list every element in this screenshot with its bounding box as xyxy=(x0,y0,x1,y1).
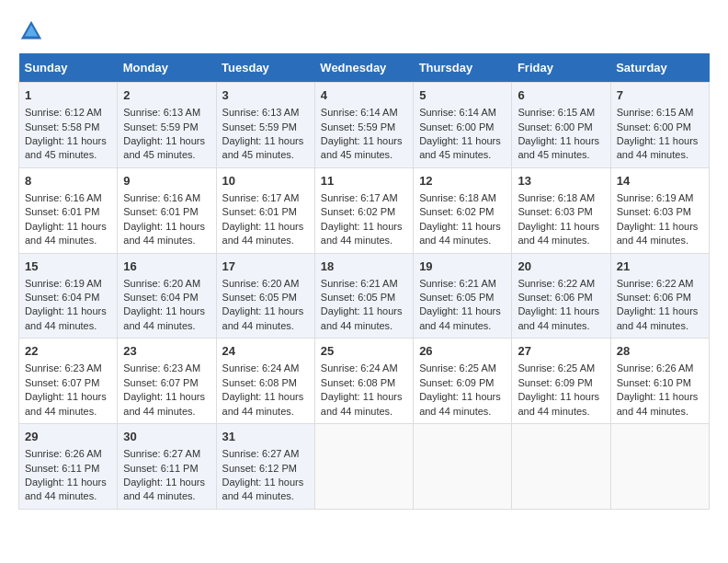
sunset-text: Sunset: 6:01 PM xyxy=(25,205,111,219)
daylight-text: Daylight: 11 hours and 44 minutes. xyxy=(617,220,703,248)
sunrise-text: Sunrise: 6:27 AM xyxy=(222,447,309,461)
sunrise-text: Sunrise: 6:22 AM xyxy=(518,277,604,291)
day-number: 29 xyxy=(25,429,111,445)
sunset-text: Sunset: 6:02 PM xyxy=(321,205,407,219)
sunset-text: Sunset: 6:05 PM xyxy=(222,291,309,304)
daylight-text: Daylight: 11 hours and 44 minutes. xyxy=(518,390,604,419)
daylight-text: Daylight: 11 hours and 44 minutes. xyxy=(419,220,506,248)
daylight-text: Daylight: 11 hours and 44 minutes. xyxy=(222,304,309,333)
header-thursday: Thursday xyxy=(414,53,512,83)
header-saturday: Saturday xyxy=(610,53,709,83)
daylight-text: Daylight: 11 hours and 45 minutes. xyxy=(419,134,506,163)
calendar-week-row: 15Sunrise: 6:19 AMSunset: 6:04 PMDayligh… xyxy=(19,253,710,339)
sunset-text: Sunset: 6:08 PM xyxy=(222,376,309,390)
sunrise-text: Sunrise: 6:12 AM xyxy=(25,106,111,120)
day-number: 14 xyxy=(617,173,703,190)
calendar-cell: 23Sunrise: 6:23 AMSunset: 6:07 PMDayligh… xyxy=(118,339,216,424)
daylight-text: Daylight: 11 hours and 44 minutes. xyxy=(25,304,111,333)
sunrise-text: Sunrise: 6:22 AM xyxy=(617,277,703,291)
logo-icon xyxy=(18,18,44,44)
daylight-text: Daylight: 11 hours and 44 minutes. xyxy=(321,220,407,248)
sunset-text: Sunset: 6:02 PM xyxy=(419,205,506,219)
calendar-cell: 24Sunrise: 6:24 AMSunset: 6:08 PMDayligh… xyxy=(216,339,314,424)
calendar-cell: 8Sunrise: 6:16 AMSunset: 6:01 PMDaylight… xyxy=(19,167,118,253)
sunset-text: Sunset: 6:07 PM xyxy=(123,376,210,390)
daylight-text: Daylight: 11 hours and 44 minutes. xyxy=(123,220,210,248)
calendar-cell: 2Sunrise: 6:13 AMSunset: 5:59 PMDaylight… xyxy=(118,83,216,168)
sunset-text: Sunset: 6:09 PM xyxy=(518,376,604,390)
calendar-cell: 6Sunrise: 6:15 AMSunset: 6:00 PMDaylight… xyxy=(512,83,610,168)
sunrise-text: Sunrise: 6:25 AM xyxy=(419,362,506,375)
day-number: 10 xyxy=(222,173,309,190)
sunrise-text: Sunrise: 6:14 AM xyxy=(419,106,506,120)
daylight-text: Daylight: 11 hours and 44 minutes. xyxy=(123,476,210,504)
sunset-text: Sunset: 6:01 PM xyxy=(222,205,309,219)
calendar-cell: 30Sunrise: 6:27 AMSunset: 6:11 PMDayligh… xyxy=(118,424,216,510)
calendar-cell: 26Sunrise: 6:25 AMSunset: 6:09 PMDayligh… xyxy=(414,339,512,424)
sunrise-text: Sunrise: 6:16 AM xyxy=(123,191,210,205)
sunrise-text: Sunrise: 6:19 AM xyxy=(617,191,703,205)
daylight-text: Daylight: 11 hours and 44 minutes. xyxy=(25,220,111,248)
sunrise-text: Sunrise: 6:23 AM xyxy=(25,362,111,375)
day-number: 31 xyxy=(222,429,309,445)
sunset-text: Sunset: 6:04 PM xyxy=(123,291,210,304)
calendar-cell: 20Sunrise: 6:22 AMSunset: 6:06 PMDayligh… xyxy=(512,253,610,339)
sunrise-text: Sunrise: 6:24 AM xyxy=(321,362,407,375)
calendar-cell: 19Sunrise: 6:21 AMSunset: 6:05 PMDayligh… xyxy=(414,253,512,339)
daylight-text: Daylight: 11 hours and 44 minutes. xyxy=(419,390,506,419)
daylight-text: Daylight: 11 hours and 44 minutes. xyxy=(321,390,407,419)
day-number: 8 xyxy=(25,173,111,190)
calendar-cell: 4Sunrise: 6:14 AMSunset: 5:59 PMDaylight… xyxy=(314,83,413,168)
sunrise-text: Sunrise: 6:18 AM xyxy=(518,191,604,205)
daylight-text: Daylight: 11 hours and 44 minutes. xyxy=(222,390,309,419)
day-number: 1 xyxy=(25,87,111,104)
sunset-text: Sunset: 6:03 PM xyxy=(518,205,604,219)
daylight-text: Daylight: 11 hours and 45 minutes. xyxy=(222,134,309,163)
daylight-text: Daylight: 11 hours and 44 minutes. xyxy=(25,476,111,504)
sunrise-text: Sunrise: 6:13 AM xyxy=(123,106,210,120)
calendar-cell: 13Sunrise: 6:18 AMSunset: 6:03 PMDayligh… xyxy=(512,167,610,253)
sunrise-text: Sunrise: 6:26 AM xyxy=(617,362,703,375)
calendar-cell: 31Sunrise: 6:27 AMSunset: 6:12 PMDayligh… xyxy=(216,424,314,510)
sunset-text: Sunset: 6:06 PM xyxy=(518,291,604,304)
daylight-text: Daylight: 11 hours and 44 minutes. xyxy=(617,390,703,419)
sunset-text: Sunset: 5:58 PM xyxy=(25,121,111,134)
day-number: 7 xyxy=(617,87,703,104)
daylight-text: Daylight: 11 hours and 44 minutes. xyxy=(617,304,703,333)
day-number: 23 xyxy=(123,343,210,360)
sunrise-text: Sunrise: 6:18 AM xyxy=(419,191,506,205)
header-monday: Monday xyxy=(118,53,216,83)
sunset-text: Sunset: 5:59 PM xyxy=(321,121,407,134)
day-number: 30 xyxy=(123,429,210,445)
sunset-text: Sunset: 5:59 PM xyxy=(222,121,309,134)
sunset-text: Sunset: 6:00 PM xyxy=(617,121,703,134)
calendar-cell: 7Sunrise: 6:15 AMSunset: 6:00 PMDaylight… xyxy=(610,83,709,168)
logo xyxy=(18,18,48,44)
day-number: 18 xyxy=(321,259,407,275)
calendar-cell: 11Sunrise: 6:17 AMSunset: 6:02 PMDayligh… xyxy=(314,167,413,253)
calendar-cell: 16Sunrise: 6:20 AMSunset: 6:04 PMDayligh… xyxy=(118,253,216,339)
calendar-cell: 3Sunrise: 6:13 AMSunset: 5:59 PMDaylight… xyxy=(216,83,314,168)
day-number: 28 xyxy=(617,343,703,360)
sunset-text: Sunset: 5:59 PM xyxy=(123,121,210,134)
calendar-cell: 9Sunrise: 6:16 AMSunset: 6:01 PMDaylight… xyxy=(118,167,216,253)
day-number: 11 xyxy=(321,173,407,190)
sunset-text: Sunset: 6:12 PM xyxy=(222,462,309,476)
day-number: 15 xyxy=(25,259,111,275)
sunset-text: Sunset: 6:11 PM xyxy=(25,462,111,476)
sunrise-text: Sunrise: 6:21 AM xyxy=(419,277,506,291)
sunset-text: Sunset: 6:04 PM xyxy=(25,291,111,304)
day-number: 26 xyxy=(419,343,506,360)
calendar-cell: 21Sunrise: 6:22 AMSunset: 6:06 PMDayligh… xyxy=(610,253,709,339)
sunrise-text: Sunrise: 6:20 AM xyxy=(123,277,210,291)
calendar-cell: 14Sunrise: 6:19 AMSunset: 6:03 PMDayligh… xyxy=(610,167,709,253)
sunset-text: Sunset: 6:03 PM xyxy=(617,205,703,219)
calendar-cell: 25Sunrise: 6:24 AMSunset: 6:08 PMDayligh… xyxy=(314,339,413,424)
daylight-text: Daylight: 11 hours and 45 minutes. xyxy=(518,134,604,163)
sunset-text: Sunset: 6:01 PM xyxy=(123,205,210,219)
day-number: 16 xyxy=(123,259,210,275)
daylight-text: Daylight: 11 hours and 45 minutes. xyxy=(123,134,210,163)
daylight-text: Daylight: 11 hours and 44 minutes. xyxy=(222,476,309,504)
calendar-cell: 15Sunrise: 6:19 AMSunset: 6:04 PMDayligh… xyxy=(19,253,118,339)
day-number: 25 xyxy=(321,343,407,360)
